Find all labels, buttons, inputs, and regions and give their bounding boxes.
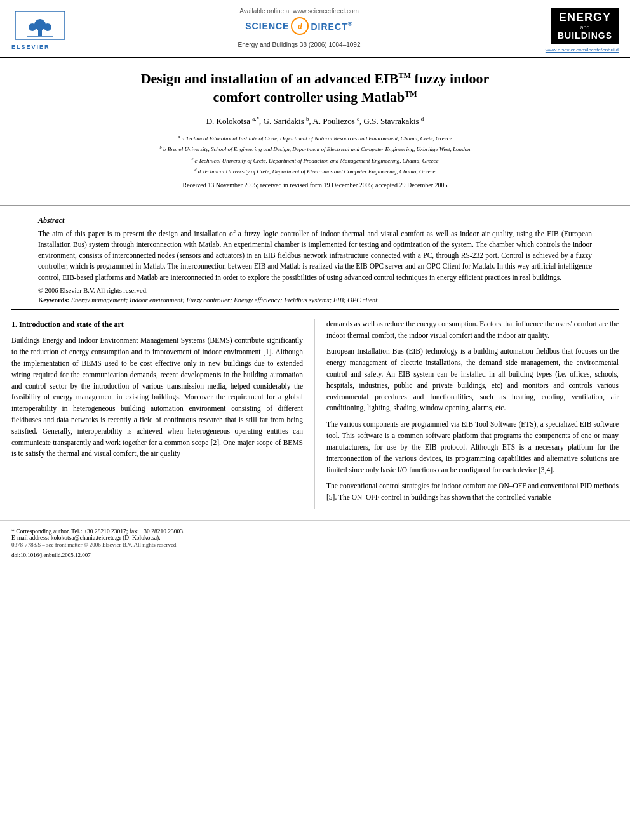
page-footer: * Corresponding author. Tel.: +30 28210 … — [0, 520, 630, 559]
page-header: ELSEVIER Available online at www.science… — [0, 0, 630, 58]
sciencedirect-logo: SCIENCE d DIRECT® — [245, 17, 353, 35]
right-column: demands as well as reduce the energy con… — [315, 319, 619, 509]
available-online-text: Available online at www.sciencedirect.co… — [239, 8, 359, 15]
affiliation-b: b b Brunel University, School of Enginee… — [38, 144, 592, 154]
affiliation-a: a a Technical Educational Institute of C… — [38, 133, 592, 143]
title-section: Design and installation of an advanced E… — [0, 58, 630, 200]
energy-word: ENERGY — [558, 11, 612, 24]
keywords-label: Keywords: — [38, 297, 69, 303]
keywords-text: Keywords: Energy management; Indoor envi… — [38, 297, 592, 303]
header-center: Available online at www.sciencedirect.co… — [81, 8, 517, 48]
elsevier-tree-icon — [15, 11, 65, 40]
abstract-text: The aim of this paper is to present the … — [38, 229, 592, 283]
col2-para2: European Installation Bus (EIB) technolo… — [326, 346, 619, 414]
body-section: 1. Introduction and state of the art Bui… — [0, 314, 630, 514]
affiliation-c: c c Technical University of Crete, Depar… — [38, 156, 592, 166]
svg-point-5 — [44, 23, 51, 31]
elsevier-logo-area: ELSEVIER — [11, 8, 81, 50]
svg-rect-2 — [38, 30, 42, 36]
affiliation-d: d d Technical University of Crete, Depar… — [38, 166, 592, 177]
abstract-title: Abstract — [38, 216, 592, 225]
col2-para1: demands as well as reduce the energy con… — [326, 319, 619, 342]
elsevier-logo — [11, 8, 69, 43]
footer-star-note: * Corresponding author. Tel.: +30 28210 … — [11, 528, 619, 535]
sciencedirect-circle-icon: d — [291, 17, 309, 35]
svg-point-3 — [34, 19, 46, 30]
col1-para1: Buildings Energy and Indoor Environment … — [11, 335, 303, 460]
website-url: www.elsevier.com/locate/enbuild — [546, 47, 619, 53]
abstract-section: Abstract The aim of this paper is to pre… — [0, 211, 630, 309]
divider-after-title — [0, 205, 630, 206]
energy-buildings-logo: ENERGY and BUILDINGS — [551, 8, 619, 44]
received-dates: Received 13 November 2005; received in r… — [38, 182, 592, 189]
col2-para3: The various components are programmed vi… — [326, 419, 619, 476]
buildings-word: BUILDINGS — [558, 30, 612, 41]
footer-email-note: E-mail address: kolokotsa@chania.teicret… — [11, 535, 619, 541]
and-word: and — [558, 24, 612, 30]
section1-title: 1. Introduction and state of the art — [11, 319, 303, 331]
page: ELSEVIER Available online at www.science… — [0, 0, 630, 840]
article-title: Design and installation of an advanced E… — [38, 69, 592, 107]
science-text: SCIENCE — [245, 21, 289, 31]
body-divider — [11, 309, 619, 310]
svg-point-4 — [29, 23, 36, 31]
copyright-text: © 2006 Elsevier B.V. All rights reserved… — [38, 287, 592, 294]
direct-text: DIRECT® — [311, 20, 352, 32]
journal-name: Energy and Buildings 38 (2006) 1084–1092 — [238, 41, 361, 48]
affiliations: a a Technical Educational Institute of C… — [38, 133, 592, 177]
footer-doi: doi:10.1016/j.enbuild.2005.12.007 — [11, 552, 619, 558]
energy-buildings-area: ENERGY and BUILDINGS www.elsevier.com/lo… — [517, 8, 619, 53]
col2-para4: The conventional control strategies for … — [326, 481, 619, 503]
elsevier-text: ELSEVIER — [11, 44, 50, 50]
keywords-values: Energy management; Indoor environment; F… — [71, 297, 377, 303]
footer-issn: 0378-7788/$ – see front matter © 2006 El… — [11, 541, 619, 550]
authors-line: D. Kolokotsa a,*, G. Saridakis b, A. Pou… — [38, 116, 592, 126]
footer-corresponding: * Corresponding author. Tel.: +30 28210 … — [11, 528, 619, 541]
left-column: 1. Introduction and state of the art Bui… — [11, 319, 315, 509]
